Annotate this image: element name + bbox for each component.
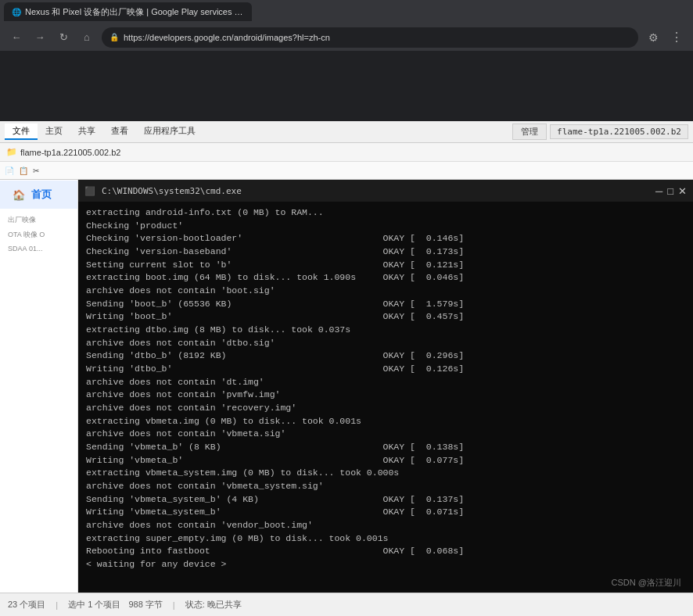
cmd-minimize-button[interactable]: ─: [655, 185, 662, 197]
cmd-line-4: Checking 'version-baseband' OKAY [ 0.173…: [86, 245, 685, 259]
cmd-line-1: extracting android-info.txt (0 MB) to RA…: [86, 206, 685, 220]
cmd-maximize-button[interactable]: □: [667, 185, 673, 197]
cmd-line-15: archive does not contain 'pvmfw.img': [86, 389, 685, 402]
home-button[interactable]: ⌂: [78, 29, 95, 46]
cmd-line-23: Sending 'vbmeta_system_b' (4 KB) OKAY [ …: [86, 493, 685, 507]
cmd-line-22: archive does not contain 'vbmeta_system.…: [86, 480, 685, 493]
cmd-line-10: extracting dtbo.img (8 MB) to disk... to…: [86, 324, 685, 337]
cmd-line-19: Sending 'vbmeta_b' (8 KB) OKAY [ 0.138s]: [86, 441, 685, 454]
left-sidebar: ▶ 🏠 首页 出厂映像 OTA 映像 O SDAА 01...: [0, 121, 78, 593]
status-shared: 状态: 晚已共享: [185, 599, 242, 611]
more-button[interactable]: ⋮: [668, 29, 685, 46]
refresh-button[interactable]: ↻: [55, 29, 72, 46]
cmd-line-12: Sending 'dtbo_b' (8192 KB) OKAY [ 0.296s…: [86, 349, 685, 363]
sidebar-nav: 🏠 首页 出厂映像 OTA 映像 O SDAА 01...: [0, 176, 77, 259]
cmd-line-25: archive does not contain 'vendor_boot.im…: [86, 519, 685, 532]
cmd-line-2: Checking 'product': [86, 220, 685, 233]
cmd-line-20: Writing 'vbmeta_b' OKAY [ 0.077s]: [86, 454, 685, 467]
manage-label: 管理: [512, 124, 547, 140]
sidebar-section-export: 出厂映像: [0, 209, 77, 227]
extensions-button[interactable]: ⚙: [645, 29, 662, 46]
cmd-title-text: C:\WINDOWS\system32\cmd.exe: [102, 186, 242, 196]
back-button[interactable]: ←: [8, 29, 25, 46]
status-items-count: 23 个项目: [8, 599, 45, 611]
cmd-close-button[interactable]: ✕: [678, 185, 687, 197]
cmd-line-11: archive does not contain 'dtbo.sig': [86, 337, 685, 350]
cmd-line-18: archive does not contain 'vbmeta.sig': [86, 428, 685, 441]
address-bar[interactable]: 🔒 https://developers.google.cn/android/i…: [102, 27, 638, 48]
status-selected: 选中 1 个项目: [68, 599, 120, 611]
cmd-line-5: Setting current slot to 'b' OKAY [ 0.121…: [86, 259, 685, 272]
folder-icon: 📁: [6, 147, 17, 157]
sidebar-section-sda: SDAА 01...: [0, 242, 77, 254]
ribbon-icon-cut: ✂: [33, 167, 39, 175]
browser-tab-bar: 🌐 Nexus 和 Pixel 设备的出厂映像 | Google Play se…: [0, 0, 693, 23]
cmd-line-8: Sending 'boot_b' (65536 KB) OKAY [ 1.579…: [86, 298, 685, 311]
cmd-line-14: archive does not contain 'dt.img': [86, 376, 685, 389]
browser-tab-active[interactable]: 🌐 Nexus 和 Pixel 设备的出厂映像 | Google Play se…: [4, 2, 252, 21]
cmd-line-6: extracting boot.img (64 MB) to disk... t…: [86, 271, 685, 285]
sidebar-item-home[interactable]: 🏠 首页: [0, 181, 77, 209]
ribbon-tab-home[interactable]: 主页: [38, 124, 70, 140]
cmd-line-13: Writing 'dtbo_b' OKAY [ 0.126s]: [86, 363, 685, 376]
cmd-line-21: extracting vbmeta_system.img (0 MB) to d…: [86, 467, 685, 480]
ribbon-tab-file[interactable]: 文件: [5, 124, 38, 140]
ribbon-tab-share[interactable]: 共享: [70, 124, 103, 140]
ribbon-tab-tools[interactable]: 应用程序工具: [136, 124, 203, 140]
cmd-window-icon: ⬛: [84, 186, 95, 196]
lock-icon: 🔒: [110, 33, 119, 41]
cmd-line-27: Rebooting into fastboot OKAY [ 0.068s]: [86, 545, 685, 558]
browser-chrome: 🌐 Nexus 和 Pixel 设备的出厂映像 | Google Play se…: [0, 0, 693, 121]
cmd-line-16: archive does not contain 'recovery.img': [86, 402, 685, 415]
url-text: https://developers.google.cn/android/ima…: [124, 33, 330, 42]
status-size: 988 字节: [128, 599, 162, 611]
ribbon-icon-paste: 📋: [19, 167, 28, 175]
home-icon: 🏠: [13, 189, 25, 201]
explorer-path-bar: 📁 flame-tp1a.221005.002.b2: [0, 143, 693, 162]
ribbon-icons-row: 📄 📋 ✂: [0, 162, 693, 180]
browser-nav-bar: ← → ↻ ⌂ 🔒 https://developers.google.cn/a…: [0, 23, 693, 51]
cmd-line-9: Writing 'boot_b' OKAY [ 0.457s]: [86, 310, 685, 324]
cmd-line-26: extracting super_empty.img (0 MB) to dis…: [86, 532, 685, 546]
flame-badge: flame-tp1a.221005.002.b2: [550, 124, 688, 139]
cmd-line-24: Writing 'vbmeta_system_b' OKAY [ 0.071s]: [86, 506, 685, 519]
sidebar-section-ota: OTA 映像 O: [0, 227, 77, 242]
cmd-line-28: < waiting for any device >: [86, 558, 685, 571]
ribbon-icon-copy: 📄: [5, 167, 14, 175]
csdn-watermark: CSDN @洛汪迎川: [612, 577, 681, 589]
cmd-title-bar: ⬛ C:\WINDOWS\system32\cmd.exe ─ □ ✕: [78, 180, 693, 202]
forward-button[interactable]: →: [31, 29, 48, 46]
cmd-line-3: Checking 'version-bootloader' OKAY [ 0.1…: [86, 232, 685, 245]
cmd-line-17: extracting vbmeta.img (0 MB) to disk... …: [86, 415, 685, 428]
explorer-toolbar: 文件 主页 共享 查看 应用程序工具 管理 flame-tp1a.221005.…: [0, 121, 693, 180]
ribbon-tabs-bar: 文件 主页 共享 查看 应用程序工具 管理 flame-tp1a.221005.…: [0, 121, 693, 143]
status-bar: 23 个项目 | 选中 1 个项目 988 字节 | 状态: 晚已共享: [0, 593, 693, 616]
home-label: 首页: [31, 188, 52, 202]
ribbon-tab-view[interactable]: 查看: [103, 124, 136, 140]
explorer-path: flame-tp1a.221005.002.b2: [20, 148, 120, 157]
tab-favicon: 🌐: [12, 8, 21, 16]
cmd-terminal-content: extracting android-info.txt (0 MB) to RA…: [78, 202, 693, 593]
cmd-line-7: archive does not contain 'boot.sig': [86, 285, 685, 298]
tab-title: Nexus 和 Pixel 设备的出厂映像 | Google Play serv…: [25, 6, 244, 18]
